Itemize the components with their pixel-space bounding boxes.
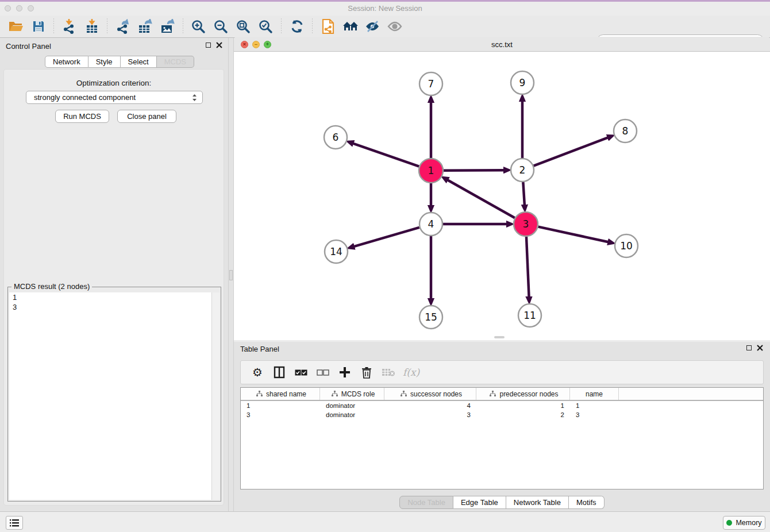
zoom-in-icon[interactable]	[190, 18, 207, 36]
zoom-fit-icon[interactable]	[234, 18, 252, 36]
edge-3-10[interactable]	[538, 227, 608, 242]
column-header-shared-name[interactable]: shared name	[241, 388, 320, 400]
tab-motifs[interactable]: Motifs	[569, 496, 605, 509]
hide-selected-icon[interactable]	[364, 18, 382, 36]
table-toolbar: ⚙ f(x)	[240, 360, 764, 384]
table-panel: Table Panel ⚙ f(x)	[234, 342, 770, 511]
column-header-label: shared name	[266, 390, 306, 398]
run-mcds-button[interactable]: Run MCDS	[55, 110, 109, 123]
node-label-9: 9	[519, 77, 526, 88]
control-panel-title: Control Panel	[6, 42, 51, 51]
toolbar-separator	[53, 18, 54, 34]
edge-2-3[interactable]	[523, 182, 525, 205]
import-table-icon[interactable]	[83, 18, 101, 36]
node-label-14: 14	[330, 246, 342, 257]
table-cell[interactable]: 1	[476, 402, 570, 409]
select-all-icon[interactable]	[292, 364, 310, 381]
close-panel-icon[interactable]	[216, 42, 222, 48]
table-cell[interactable]: 2	[476, 411, 570, 418]
mcds-result-item[interactable]: 3	[9, 302, 211, 312]
zoom-selected-icon[interactable]	[257, 18, 275, 36]
open-session-icon[interactable]	[7, 18, 25, 36]
column-header-predecessor-nodes[interactable]: predecessor nodes	[476, 388, 570, 400]
node-label-3: 3	[523, 218, 529, 230]
column-type-icon	[490, 391, 496, 397]
float-table-panel-icon[interactable]	[746, 345, 752, 350]
tab-node-table[interactable]: Node Table	[399, 496, 453, 509]
list-icon	[10, 519, 19, 527]
criterion-dropdown[interactable]: strongly connected component	[26, 91, 203, 104]
add-row-icon[interactable]	[336, 364, 353, 381]
show-columns-icon[interactable]	[271, 364, 288, 381]
column-header-MCDS-role[interactable]: MCDS role	[320, 388, 384, 400]
export-network-icon[interactable]	[114, 18, 132, 36]
table-options-icon[interactable]: ⚙	[249, 364, 266, 381]
import-network-icon[interactable]	[60, 18, 78, 36]
canvas-scroll-nub[interactable]	[494, 336, 505, 338]
network-window-title: scc.txt	[234, 40, 770, 49]
tab-mcds[interactable]: MCDS	[157, 56, 194, 68]
mcds-result-group: MCDS result (2 nodes) 13	[7, 287, 221, 502]
panel-divider[interactable]	[228, 38, 234, 511]
apply-layout-icon[interactable]	[288, 18, 306, 36]
close-panel-button[interactable]: Close panel	[117, 110, 176, 123]
edge-3-11[interactable]	[526, 237, 529, 297]
node-label-10: 10	[620, 240, 633, 252]
table-cell[interactable]: 4	[384, 402, 476, 409]
node-label-15: 15	[425, 311, 437, 323]
panel-divider-handle[interactable]	[229, 270, 233, 280]
toolbar-separator	[312, 18, 313, 34]
table-row[interactable]: 1dominator411	[241, 401, 763, 410]
main-toolbar	[0, 16, 770, 38]
memory-button[interactable]: Memory	[723, 516, 765, 530]
node-table[interactable]: shared nameMCDS rolesuccessor nodesprede…	[240, 387, 764, 489]
table-cell[interactable]: dominator	[320, 402, 384, 409]
table-cell[interactable]: 3	[570, 411, 619, 418]
tab-edge-table[interactable]: Edge Table	[453, 496, 506, 509]
clear-selection-icon[interactable]	[314, 364, 332, 381]
delete-row-icon[interactable]	[358, 364, 375, 381]
table-cell[interactable]: 3	[384, 411, 476, 418]
toolbar-separator	[281, 18, 282, 34]
float-panel-icon[interactable]	[206, 43, 211, 48]
tab-style[interactable]: Style	[88, 56, 121, 68]
tab-network[interactable]: Network	[45, 56, 88, 68]
show-all-icon	[386, 18, 404, 36]
edge-3-1[interactable]	[448, 180, 515, 218]
mcds-result-list[interactable]: 13	[9, 292, 211, 500]
table-cell[interactable]: 1	[241, 402, 320, 409]
table-row[interactable]: 3dominator323	[241, 410, 763, 419]
close-table-panel-icon[interactable]	[757, 345, 763, 351]
column-header-name[interactable]: name	[570, 388, 619, 400]
tab-network-table[interactable]: Network Table	[506, 496, 569, 509]
table-panel-title: Table Panel	[240, 345, 279, 353]
title-bar-accent	[0, 0, 770, 2]
export-table-icon[interactable]	[136, 18, 154, 36]
table-cell[interactable]: dominator	[320, 411, 384, 418]
mcds-result-scrollbar[interactable]	[211, 292, 220, 500]
edge-1-6[interactable]	[353, 144, 419, 167]
column-type-icon	[256, 391, 263, 397]
edge-2-8[interactable]	[534, 137, 608, 165]
tab-select[interactable]: Select	[121, 56, 157, 68]
save-session-icon[interactable]	[29, 18, 47, 36]
new-network-from-selection-icon[interactable]	[319, 18, 337, 36]
task-history-button[interactable]	[6, 516, 23, 530]
mcds-panel: Optimization criterion: strongly connect…	[3, 69, 224, 506]
table-cell[interactable]: 1	[570, 402, 619, 409]
column-header-label: predecessor nodes	[499, 390, 558, 398]
mcds-result-item[interactable]: 1	[9, 292, 211, 302]
network-canvas[interactable]: 7968124314101511	[234, 52, 770, 340]
zoom-out-icon[interactable]	[212, 18, 230, 36]
column-header-label: name	[586, 390, 603, 398]
table-cell[interactable]: 3	[241, 411, 320, 418]
first-neighbors-icon[interactable]	[341, 18, 359, 36]
export-image-icon[interactable]	[159, 18, 176, 36]
column-header-successor-nodes[interactable]: successor nodes	[384, 388, 476, 400]
title-bar: Session: New Session	[0, 0, 770, 16]
session-title: Session: New Session	[0, 4, 770, 13]
node-label-7: 7	[428, 78, 434, 90]
edge-1-2[interactable]	[444, 170, 504, 171]
column-header-label: successor nodes	[410, 390, 462, 398]
edge-4-14[interactable]	[354, 228, 419, 246]
